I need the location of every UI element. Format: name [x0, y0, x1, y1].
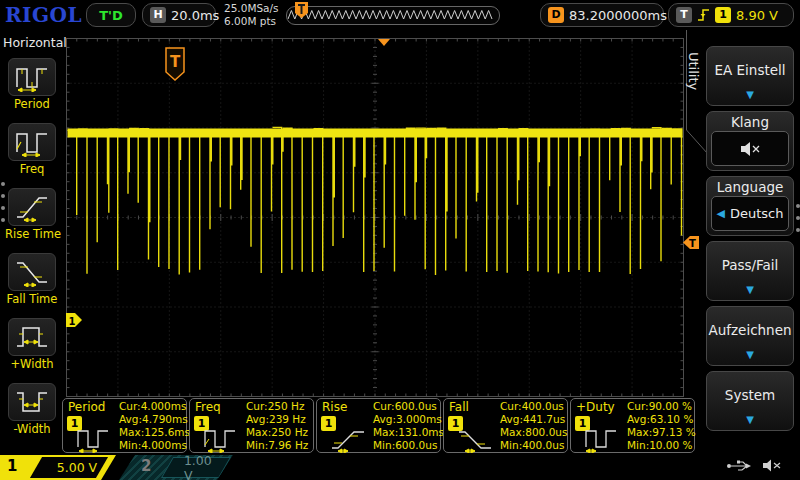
ch1-waveform — [68, 127, 682, 275]
measurement-panel-duty[interactable]: +Duty 1 Cur:90.00 % Avg:63.10 % Max:97.1… — [570, 398, 695, 453]
sample-rate: 25.0MSa/s — [224, 2, 279, 15]
measurement-name: Rise — [322, 400, 347, 414]
measurement-panel-period[interactable]: Period 1 Cur:4.000ms Avg:4.790ms Max:125… — [62, 398, 187, 453]
menu-item-aufzeichnen[interactable]: Aufzeichnen ▼ — [706, 306, 794, 366]
trigger-level-value: 8.90 V — [736, 8, 778, 23]
max-value: 131.0ms — [398, 426, 444, 438]
menu-item-klang[interactable]: Klang — [706, 111, 794, 171]
trigger-center-indicator[interactable] — [378, 39, 390, 46]
trigger-delay-control[interactable]: D 83.2000000ms — [540, 3, 664, 27]
measurement-name: Freq — [195, 400, 221, 414]
trigger-position-flag[interactable]: T — [166, 48, 184, 80]
chevron-down-icon: ▼ — [707, 349, 793, 360]
min-value: 600.0us — [395, 439, 437, 451]
channel2-number: 2 — [141, 457, 151, 475]
channel2-indicator[interactable]: 2 1.00 V — [119, 455, 233, 480]
memory-position-bar[interactable] — [286, 6, 500, 25]
cur-value: 90.00 % — [649, 400, 692, 412]
trigger-settings[interactable]: T 1 8.90 V — [668, 3, 794, 27]
avg-value: 4.790ms — [142, 413, 188, 425]
measurement-results-bar: Period 1 Cur:4.000ms Avg:4.790ms Max:125… — [62, 397, 702, 454]
avg-value: 441.7us — [523, 413, 565, 425]
menu-page-dot — [796, 204, 800, 208]
measurement-name: Period — [68, 400, 105, 414]
freq-glyph-icon — [202, 426, 242, 453]
measure-item-freq[interactable]: Freq — [5, 123, 59, 176]
max-value: 800.0us — [525, 426, 567, 438]
measurement-name: Fall — [449, 400, 469, 414]
chevron-down-icon: ▼ — [707, 89, 793, 100]
ch1-ground-marker[interactable]: 1 — [66, 313, 82, 327]
status-bar: RIGOL T'D H 20.0ms 25.0MSa/s 6.00M pts D… — [0, 0, 800, 30]
menu-item-pass-fail[interactable]: Pass/Fail ▼ — [706, 241, 794, 301]
max-value: 250 Hz — [271, 426, 308, 438]
channel2-scale: 1.00 V — [184, 453, 224, 480]
memory-waveform-preview — [287, 7, 497, 24]
menu-page-dot — [1, 206, 5, 210]
chevron-left-icon: ◀ — [717, 207, 725, 220]
svg-text:T: T — [689, 238, 696, 249]
menu-page-dot — [1, 218, 5, 222]
period-icon — [14, 62, 50, 92]
menu-page-dot — [1, 182, 5, 186]
menu-page-dot — [1, 194, 5, 198]
rising-edge-icon — [697, 7, 710, 23]
menu-item-language[interactable]: Language ◀ Deutsch — [706, 176, 794, 236]
channel1-scale: 5.00 V — [57, 460, 97, 475]
cur-value: 4.000ms — [141, 400, 187, 412]
channel1-indicator[interactable]: 1 5.00 V — [0, 455, 116, 480]
max-value: 125.6ms — [144, 426, 190, 438]
menu-tab-title: Utility — [686, 52, 701, 90]
measurement-panel-freq[interactable]: Freq 1 Cur:250 Hz Avg:239 Hz Max:250 Hz … — [189, 398, 314, 453]
svg-text:1: 1 — [69, 316, 76, 327]
fall-time-icon — [14, 257, 50, 287]
measurement-name: +Duty — [576, 400, 615, 414]
timebase-value: 20.0ms — [171, 8, 219, 23]
menu-item-system[interactable]: System ▼ — [706, 371, 794, 431]
plus-width-icon — [14, 322, 50, 352]
min-value: 400.0us — [522, 439, 564, 451]
speaker-muted-icon — [739, 141, 761, 157]
menu-page-dot — [796, 216, 800, 220]
delay-value: 83.2000000ms — [569, 8, 667, 23]
cur-value: 400.0us — [522, 400, 564, 412]
measure-item-period[interactable]: Period — [5, 58, 59, 111]
oscilloscope-screen: TT1 RIGOL T'D H 20.0ms 25.0MSa/s 6.00M p… — [0, 0, 800, 480]
measure-item-fall-time[interactable]: Fall Time — [5, 253, 59, 306]
min-value: 10.00 % — [649, 439, 692, 451]
duty-glyph-icon — [583, 426, 623, 453]
trigger-level-marker[interactable]: T — [683, 236, 699, 249]
freq-icon — [14, 127, 50, 157]
memory-trigger-flag-icon[interactable] — [294, 1, 309, 19]
measure-item-pos-width[interactable]: +Width — [5, 318, 59, 371]
min-value: 4.000ms — [141, 439, 187, 451]
minus-width-icon — [14, 387, 50, 417]
menu-page-dot — [796, 228, 800, 232]
sound-toggle-button[interactable] — [711, 131, 789, 166]
fall-glyph-icon — [456, 426, 496, 453]
language-selector[interactable]: ◀ Deutsch — [711, 196, 789, 231]
avg-value: 63.10 % — [650, 413, 693, 425]
channel-status-bar: 1 5.00 V 2 1.00 V — [0, 455, 800, 480]
delay-icon: D — [548, 7, 564, 23]
cur-value: 600.0us — [395, 400, 437, 412]
max-value: 97.13 % — [652, 426, 695, 438]
measure-menu: Horizontal Period Freq Rise Time — [0, 30, 62, 455]
cur-value: 250 Hz — [268, 400, 305, 412]
measurement-panel-fall[interactable]: Fall 1 Cur:400.0us Avg:441.7us Max:800.0… — [443, 398, 568, 453]
horizontal-icon: H — [150, 7, 166, 23]
chevron-down-icon: ▼ — [707, 284, 793, 295]
svg-text:T: T — [170, 53, 181, 71]
period-glyph-icon — [75, 426, 115, 453]
speaker-muted-icon — [762, 458, 782, 473]
measurement-panel-rise[interactable]: Rise 1 Cur:600.0us Avg:3.000ms Max:131.0… — [316, 398, 441, 453]
menu-item-ea-einstell[interactable]: EA Einstell ▼ — [706, 46, 794, 106]
trigger-source-badge: 1 — [715, 7, 731, 23]
measure-item-rise-time[interactable]: Rise Time — [5, 188, 59, 241]
trigger-icon: T — [676, 7, 692, 23]
usb-icon — [726, 458, 752, 473]
avg-value: 239 Hz — [269, 413, 306, 425]
timebase-control[interactable]: H 20.0ms — [142, 3, 216, 27]
rise-time-icon — [14, 192, 50, 222]
measure-item-neg-width[interactable]: -Width — [5, 383, 59, 436]
